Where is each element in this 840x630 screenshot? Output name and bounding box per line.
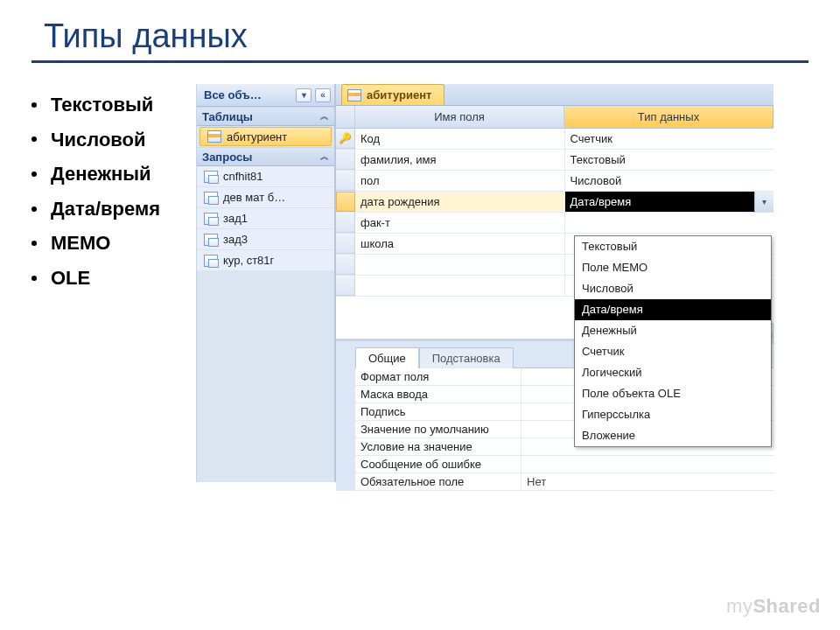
design-area: абитуриент Имя поля Тип данных 🔑 Код Сче… (335, 84, 774, 482)
navpane-collapse-icon[interactable]: « (315, 88, 331, 102)
bullet-item: Дата/время (32, 192, 196, 227)
field-row[interactable]: 🔑 Код Счетчик (336, 129, 774, 150)
dropdown-option[interactable]: Текстовый (575, 236, 771, 257)
dropdown-option[interactable]: Вложение (575, 425, 771, 446)
field-grid-body: 🔑 Код Счетчик фамилия, имя Текстовый пол… (336, 129, 774, 297)
prop-tab-general[interactable]: Общие (355, 347, 419, 368)
navigation-pane: Все объ… ▾ « Таблицы ︽ абитуриент Запрос… (197, 84, 335, 482)
navpane-title: Все объ… (204, 88, 262, 102)
navpane-header[interactable]: Все объ… ▾ « (197, 84, 334, 107)
dropdown-option[interactable]: Поле объекта OLE (575, 383, 771, 404)
bullet-item: Числовой (32, 122, 196, 158)
datatype-dropdown[interactable]: Текстовый Поле МЕМО Числовой Дата/время … (574, 235, 772, 447)
chevron-down-icon: ▾ (762, 192, 766, 213)
dropdown-option[interactable]: Числовой (575, 278, 771, 299)
property-row[interactable]: Сообщение об ошибке (355, 456, 774, 473)
combo-dropdown-button[interactable]: ▾ (754, 192, 774, 213)
document-tab-strip: абитуриент (336, 84, 774, 106)
field-row[interactable]: фак-т (336, 213, 774, 234)
dropdown-option[interactable]: Логический (575, 362, 771, 383)
navitem-query[interactable]: cnfhit81 (197, 166, 334, 187)
dropdown-option-selected[interactable]: Дата/время (575, 299, 771, 320)
navitem-query[interactable]: зад3 (197, 229, 334, 250)
field-row[interactable]: фамилия, имя Текстовый (336, 150, 774, 171)
header-fieldname[interactable]: Имя поля (355, 106, 564, 128)
datatype-cell-editing[interactable]: Дата/время ▾ (565, 192, 774, 212)
navitem-query[interactable]: дев мат б… (197, 187, 334, 208)
dropdown-option[interactable]: Счетчик (575, 341, 771, 362)
bullet-item: МЕМО (32, 226, 196, 261)
table-icon (347, 89, 361, 102)
watermark: myShared (726, 595, 821, 618)
navgroup-tables[interactable]: Таблицы ︽ (197, 107, 334, 126)
dropdown-option[interactable]: Поле МЕМО (575, 257, 771, 278)
document-tab[interactable]: абитуриент (341, 84, 444, 105)
query-icon (204, 234, 218, 246)
navgroup-queries[interactable]: Запросы ︽ (197, 147, 334, 166)
query-icon (204, 171, 218, 183)
title-underline (32, 60, 808, 63)
table-icon (207, 130, 221, 143)
prop-tab-lookup[interactable]: Подстановка (419, 347, 514, 368)
query-icon (204, 192, 218, 204)
navitem-query[interactable]: зад1 (197, 208, 334, 229)
slide-title: Типы данных (0, 0, 840, 60)
query-icon (204, 255, 218, 267)
bullet-item: Текстовый (32, 88, 196, 122)
header-datatype[interactable]: Тип данных (564, 106, 774, 128)
bullet-list: Текстовый Числовой Денежный Дата/время М… (32, 84, 196, 296)
field-row[interactable]: пол Числовой (336, 171, 774, 192)
bullet-item: OLE (32, 261, 196, 296)
navitem-query[interactable]: кур, ст81г (197, 250, 334, 271)
dropdown-option[interactable]: Гиперссылка (575, 404, 771, 425)
navitem-table-abiturient[interactable]: абитуриент (200, 127, 332, 146)
primary-key-icon: 🔑 (339, 132, 352, 144)
property-row[interactable]: Обязательное полеНет (355, 473, 774, 491)
access-window: Все объ… ▾ « Таблицы ︽ абитуриент Запрос… (196, 84, 774, 482)
navpane-dropdown-icon[interactable]: ▾ (296, 88, 312, 102)
field-row-active[interactable]: дата рождения Дата/время ▾ (336, 192, 774, 213)
chevron-up-icon: ︽ (320, 150, 329, 163)
dropdown-option[interactable]: Денежный (575, 320, 771, 341)
bullet-item: Денежный (32, 157, 196, 192)
field-grid-header: Имя поля Тип данных (336, 106, 774, 129)
query-icon (204, 213, 218, 225)
chevron-up-icon: ︽ (320, 110, 329, 122)
